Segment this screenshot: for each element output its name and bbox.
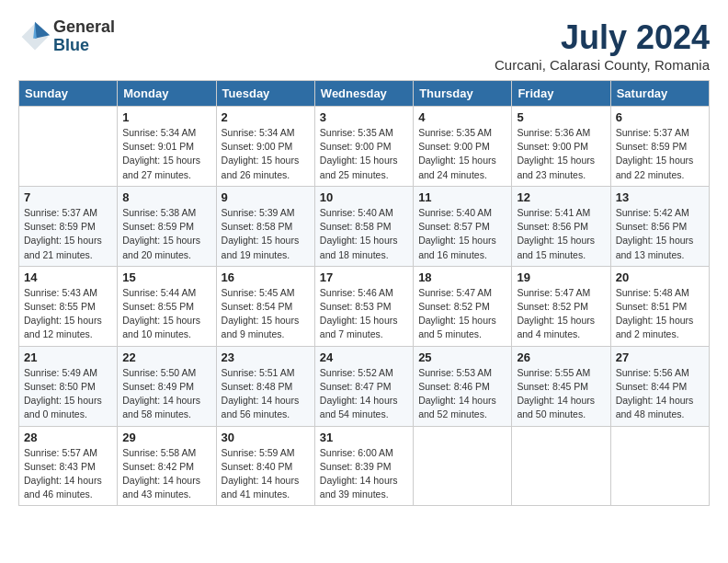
day-info: Sunrise: 5:34 AM Sunset: 9:00 PM Dayligh…	[222, 126, 310, 182]
day-number: 8	[122, 190, 210, 204]
logo: General Blue	[18, 18, 115, 55]
calendar-cell: 31Sunrise: 6:00 AM Sunset: 8:39 PM Dayli…	[314, 426, 413, 506]
day-info: Sunrise: 5:49 AM Sunset: 8:50 PM Dayligh…	[24, 366, 112, 422]
calendar-cell: 20Sunrise: 5:48 AM Sunset: 8:51 PM Dayli…	[610, 266, 709, 346]
day-info: Sunrise: 5:50 AM Sunset: 8:49 PM Dayligh…	[122, 366, 210, 422]
calendar-table: SundayMondayTuesdayWednesdayThursdayFrid…	[18, 80, 710, 506]
calendar-cell: 21Sunrise: 5:49 AM Sunset: 8:50 PM Dayli…	[19, 346, 118, 426]
logo-text: General Blue	[53, 18, 115, 55]
calendar-cell: 23Sunrise: 5:51 AM Sunset: 8:48 PM Dayli…	[216, 346, 314, 426]
calendar-week-row: 14Sunrise: 5:43 AM Sunset: 8:55 PM Dayli…	[19, 266, 710, 346]
day-info: Sunrise: 6:00 AM Sunset: 8:39 PM Dayligh…	[320, 446, 408, 502]
weekday-header: Friday	[512, 81, 610, 107]
weekday-header: Tuesday	[216, 81, 314, 107]
day-info: Sunrise: 5:56 AM Sunset: 8:44 PM Dayligh…	[616, 366, 704, 422]
logo-blue: Blue	[53, 37, 115, 55]
day-number: 11	[418, 190, 506, 204]
day-number: 29	[122, 431, 210, 444]
day-number: 9	[222, 190, 310, 204]
calendar-cell: 28Sunrise: 5:57 AM Sunset: 8:43 PM Dayli…	[19, 426, 118, 506]
calendar-cell: 15Sunrise: 5:44 AM Sunset: 8:55 PM Dayli…	[118, 266, 216, 346]
calendar-cell: 30Sunrise: 5:59 AM Sunset: 8:40 PM Dayli…	[216, 426, 314, 506]
day-info: Sunrise: 5:58 AM Sunset: 8:42 PM Dayligh…	[122, 446, 210, 502]
calendar-cell: 2Sunrise: 5:34 AM Sunset: 9:00 PM Daylig…	[216, 107, 314, 187]
day-number: 28	[24, 431, 112, 444]
calendar-cell: 6Sunrise: 5:37 AM Sunset: 8:59 PM Daylig…	[610, 107, 709, 187]
logo-icon	[18, 20, 51, 53]
day-info: Sunrise: 5:38 AM Sunset: 8:59 PM Dayligh…	[122, 206, 210, 262]
day-number: 12	[517, 190, 605, 204]
day-number: 13	[616, 190, 704, 204]
day-number: 10	[320, 190, 408, 204]
day-info: Sunrise: 5:57 AM Sunset: 8:43 PM Dayligh…	[24, 446, 112, 502]
weekday-header: Saturday	[610, 81, 709, 107]
day-number: 18	[418, 270, 506, 284]
calendar-cell: 9Sunrise: 5:39 AM Sunset: 8:58 PM Daylig…	[216, 186, 314, 266]
calendar-cell: 1Sunrise: 5:34 AM Sunset: 9:01 PM Daylig…	[118, 107, 216, 187]
day-info: Sunrise: 5:59 AM Sunset: 8:40 PM Dayligh…	[222, 446, 310, 502]
day-number: 26	[517, 350, 605, 364]
day-number: 14	[24, 270, 112, 284]
calendar-cell: 19Sunrise: 5:47 AM Sunset: 8:52 PM Dayli…	[512, 266, 610, 346]
day-number: 5	[517, 110, 605, 124]
day-info: Sunrise: 5:47 AM Sunset: 8:52 PM Dayligh…	[418, 286, 506, 342]
calendar-cell	[414, 426, 512, 506]
day-info: Sunrise: 5:37 AM Sunset: 8:59 PM Dayligh…	[24, 206, 112, 262]
day-number: 7	[24, 190, 112, 204]
day-info: Sunrise: 5:53 AM Sunset: 8:46 PM Dayligh…	[418, 366, 506, 422]
day-info: Sunrise: 5:40 AM Sunset: 8:58 PM Dayligh…	[320, 206, 408, 262]
subtitle: Curcani, Calarasi County, Romania	[495, 57, 710, 73]
day-number: 31	[320, 431, 408, 444]
day-number: 19	[517, 270, 605, 284]
calendar-cell: 25Sunrise: 5:53 AM Sunset: 8:46 PM Dayli…	[414, 346, 512, 426]
day-number: 23	[222, 350, 310, 364]
calendar-cell: 5Sunrise: 5:36 AM Sunset: 9:00 PM Daylig…	[512, 107, 610, 187]
weekday-header: Wednesday	[314, 81, 413, 107]
day-info: Sunrise: 5:46 AM Sunset: 8:53 PM Dayligh…	[320, 286, 408, 342]
day-number: 15	[122, 270, 210, 284]
weekday-header: Sunday	[19, 81, 118, 107]
calendar-cell: 24Sunrise: 5:52 AM Sunset: 8:47 PM Dayli…	[314, 346, 413, 426]
logo-general: General	[53, 18, 115, 37]
calendar-cell: 18Sunrise: 5:47 AM Sunset: 8:52 PM Dayli…	[414, 266, 512, 346]
day-info: Sunrise: 5:35 AM Sunset: 9:00 PM Dayligh…	[320, 126, 408, 182]
calendar-cell	[610, 426, 709, 506]
calendar-cell: 3Sunrise: 5:35 AM Sunset: 9:00 PM Daylig…	[314, 107, 413, 187]
calendar-week-row: 7Sunrise: 5:37 AM Sunset: 8:59 PM Daylig…	[19, 186, 710, 266]
svg-marker-1	[35, 22, 50, 39]
calendar-cell: 4Sunrise: 5:35 AM Sunset: 9:00 PM Daylig…	[414, 107, 512, 187]
calendar-cell: 12Sunrise: 5:41 AM Sunset: 8:56 PM Dayli…	[512, 186, 610, 266]
day-info: Sunrise: 5:37 AM Sunset: 8:59 PM Dayligh…	[616, 126, 704, 182]
calendar-cell	[19, 107, 118, 187]
day-number: 20	[616, 270, 704, 284]
calendar-cell: 29Sunrise: 5:58 AM Sunset: 8:42 PM Dayli…	[118, 426, 216, 506]
day-info: Sunrise: 5:41 AM Sunset: 8:56 PM Dayligh…	[517, 206, 605, 262]
calendar-cell: 26Sunrise: 5:55 AM Sunset: 8:45 PM Dayli…	[512, 346, 610, 426]
day-info: Sunrise: 5:35 AM Sunset: 9:00 PM Dayligh…	[418, 126, 506, 182]
day-number: 2	[222, 110, 310, 124]
calendar-cell: 10Sunrise: 5:40 AM Sunset: 8:58 PM Dayli…	[314, 186, 413, 266]
day-number: 4	[418, 110, 506, 124]
calendar-cell: 14Sunrise: 5:43 AM Sunset: 8:55 PM Dayli…	[19, 266, 118, 346]
day-info: Sunrise: 5:34 AM Sunset: 9:01 PM Dayligh…	[122, 126, 210, 182]
calendar-week-row: 28Sunrise: 5:57 AM Sunset: 8:43 PM Dayli…	[19, 426, 710, 506]
day-number: 1	[122, 110, 210, 124]
day-info: Sunrise: 5:39 AM Sunset: 8:58 PM Dayligh…	[222, 206, 310, 262]
calendar-cell	[512, 426, 610, 506]
day-info: Sunrise: 5:42 AM Sunset: 8:56 PM Dayligh…	[616, 206, 704, 262]
calendar-cell: 17Sunrise: 5:46 AM Sunset: 8:53 PM Dayli…	[314, 266, 413, 346]
day-info: Sunrise: 5:40 AM Sunset: 8:57 PM Dayligh…	[418, 206, 506, 262]
calendar-cell: 11Sunrise: 5:40 AM Sunset: 8:57 PM Dayli…	[414, 186, 512, 266]
day-number: 16	[222, 270, 310, 284]
day-number: 25	[418, 350, 506, 364]
day-info: Sunrise: 5:47 AM Sunset: 8:52 PM Dayligh…	[517, 286, 605, 342]
weekday-header: Thursday	[414, 81, 512, 107]
day-info: Sunrise: 5:36 AM Sunset: 9:00 PM Dayligh…	[517, 126, 605, 182]
calendar-cell: 7Sunrise: 5:37 AM Sunset: 8:59 PM Daylig…	[19, 186, 118, 266]
day-info: Sunrise: 5:51 AM Sunset: 8:48 PM Dayligh…	[222, 366, 310, 422]
calendar-header-row: SundayMondayTuesdayWednesdayThursdayFrid…	[19, 81, 710, 107]
calendar-cell: 27Sunrise: 5:56 AM Sunset: 8:44 PM Dayli…	[610, 346, 709, 426]
day-number: 27	[616, 350, 704, 364]
calendar-cell: 8Sunrise: 5:38 AM Sunset: 8:59 PM Daylig…	[118, 186, 216, 266]
page-header: General Blue July 2024 Curcani, Calarasi…	[18, 18, 710, 73]
